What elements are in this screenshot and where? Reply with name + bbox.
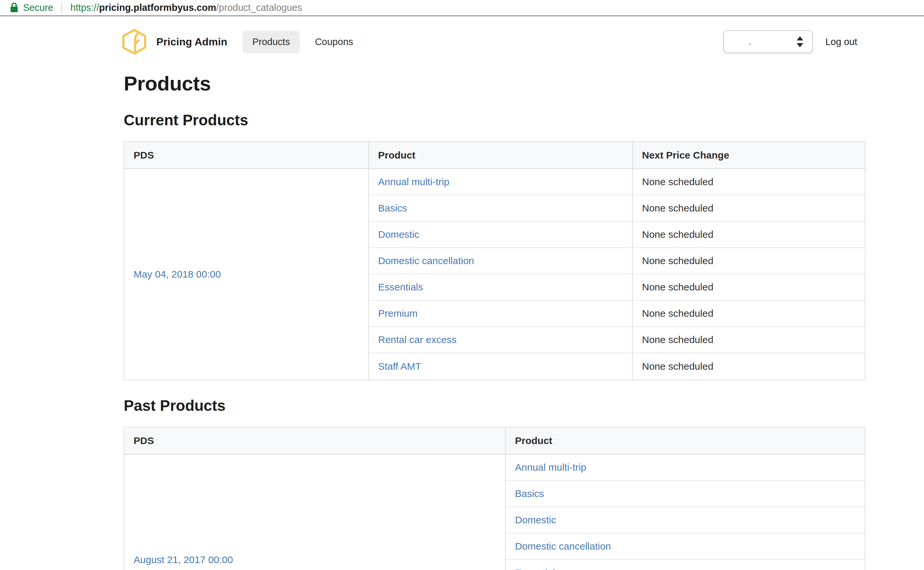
table-row: Domestic cancellation None scheduled (369, 248, 865, 274)
product-cell: Domestic (506, 507, 865, 533)
product-cell: Premium (369, 300, 633, 326)
current-table-body: May 04, 2018 00:00 Annual multi-trip Non… (124, 169, 865, 380)
product-cell: Essentials (506, 560, 865, 570)
product-link[interactable]: Basics (515, 488, 544, 499)
product-cell: Domestic (369, 222, 633, 247)
table-row: Domestic cancellation (506, 533, 865, 560)
next-price-change-cell: None scheduled (633, 169, 865, 195)
page-url[interactable]: https://pricing.platformbyus.com/product… (71, 2, 302, 13)
product-link[interactable]: Domestic (378, 229, 419, 240)
page-title: Products (124, 72, 211, 95)
product-cell: Basics (506, 481, 865, 507)
column-header-pds: PDS (124, 428, 506, 454)
past-table-header-row: PDS Product (124, 428, 865, 455)
product-cell: Domestic cancellation (369, 248, 633, 274)
product-link[interactable]: Basics (378, 202, 407, 214)
pds-date-link[interactable]: August 21, 2017 00:00 (134, 554, 233, 565)
table-row: Domestic None scheduled (369, 222, 865, 248)
app-header: Pricing Admin Products Coupons . Log out (0, 18, 924, 66)
product-cell: Domestic cancellation (506, 533, 865, 559)
select-value: . (749, 37, 751, 47)
browser-address-bar[interactable]: Secure https://pricing.platformbyus.com/… (0, 0, 924, 17)
table-row: Domestic (506, 507, 865, 533)
past-table-body: August 21, 2017 00:00 Annual multi-trip … (124, 455, 865, 570)
product-cell: Rental car excess (369, 327, 633, 352)
current-rows: Annual multi-trip None scheduled Basics … (369, 169, 865, 380)
product-link[interactable]: Premium (378, 308, 417, 319)
table-row: Annual multi-trip (506, 455, 865, 481)
next-price-change-cell: None scheduled (633, 195, 865, 221)
next-price-change-cell: None scheduled (633, 248, 865, 274)
column-header-product: Product (506, 428, 865, 454)
table-row: Basics None scheduled (369, 195, 865, 222)
current-products-table: PDS Product Next Price Change May 04, 20… (124, 141, 866, 380)
product-link[interactable]: Annual multi-trip (378, 176, 450, 187)
environment-select[interactable]: . (723, 30, 813, 53)
select-arrows-icon (796, 36, 804, 48)
product-link[interactable]: Domestic (515, 515, 556, 526)
pds-cell: May 04, 2018 00:00 (124, 169, 369, 380)
table-row: Basics (506, 481, 865, 507)
product-link[interactable]: Essentials (378, 282, 423, 293)
next-price-change-cell: None scheduled (633, 327, 865, 352)
pds-date-link[interactable]: May 04, 2018 00:00 (134, 269, 221, 280)
next-price-change-cell: None scheduled (633, 300, 865, 326)
table-row: Rental car excess None scheduled (369, 327, 865, 353)
product-cell: Annual multi-trip (506, 455, 865, 480)
column-header-pds: PDS (124, 142, 369, 169)
url-domain: pricing.platformbyus.com (99, 2, 216, 13)
column-header-product: Product (369, 142, 633, 169)
product-link[interactable]: Domestic cancellation (515, 541, 611, 552)
next-price-change-cell: None scheduled (633, 274, 865, 300)
column-header-next-price-change: Next Price Change (633, 142, 865, 169)
screenshot-root: Secure https://pricing.platformbyus.com/… (0, 0, 924, 570)
product-link[interactable]: Essentials (515, 567, 560, 570)
table-row: Staff AMT None scheduled (369, 353, 865, 380)
logout-button[interactable]: Log out (825, 37, 857, 48)
current-table-header-row: PDS Product Next Price Change (124, 142, 865, 169)
past-rows: Annual multi-trip Basics Domestic Domest… (506, 455, 865, 570)
next-price-change-cell: None scheduled (633, 222, 865, 247)
url-path: /product_catalogues (216, 2, 302, 13)
past-products-table: PDS Product August 21, 2017 00:00 Annual… (124, 427, 866, 570)
brand-title: Pricing Admin (156, 36, 227, 48)
product-link[interactable]: Rental car excess (378, 334, 456, 345)
table-row: Annual multi-trip None scheduled (369, 169, 865, 195)
product-link[interactable]: Domestic cancellation (378, 255, 474, 267)
product-link[interactable]: Annual multi-trip (515, 462, 586, 473)
next-price-change-cell: None scheduled (633, 353, 865, 380)
current-products-heading: Current Products (124, 111, 248, 129)
past-products-heading: Past Products (124, 397, 226, 414)
table-row: Essentials None scheduled (369, 274, 865, 300)
nav-item-coupons[interactable]: Coupons (305, 31, 363, 53)
package-logo-icon (120, 29, 149, 55)
address-bar-divider (61, 2, 62, 13)
table-row: Premium None scheduled (369, 300, 865, 327)
product-cell: Annual multi-trip (369, 169, 633, 195)
product-cell: Basics (369, 195, 633, 221)
lock-icon (10, 2, 18, 13)
product-cell: Staff AMT (369, 353, 633, 380)
secure-label: Secure (23, 2, 53, 13)
table-row: Essentials (506, 560, 865, 570)
pds-cell: August 21, 2017 00:00 (124, 455, 506, 570)
product-cell: Essentials (369, 274, 633, 300)
nav-item-products[interactable]: Products (243, 31, 300, 53)
product-link[interactable]: Staff AMT (378, 361, 421, 372)
url-scheme: https:// (71, 2, 99, 13)
